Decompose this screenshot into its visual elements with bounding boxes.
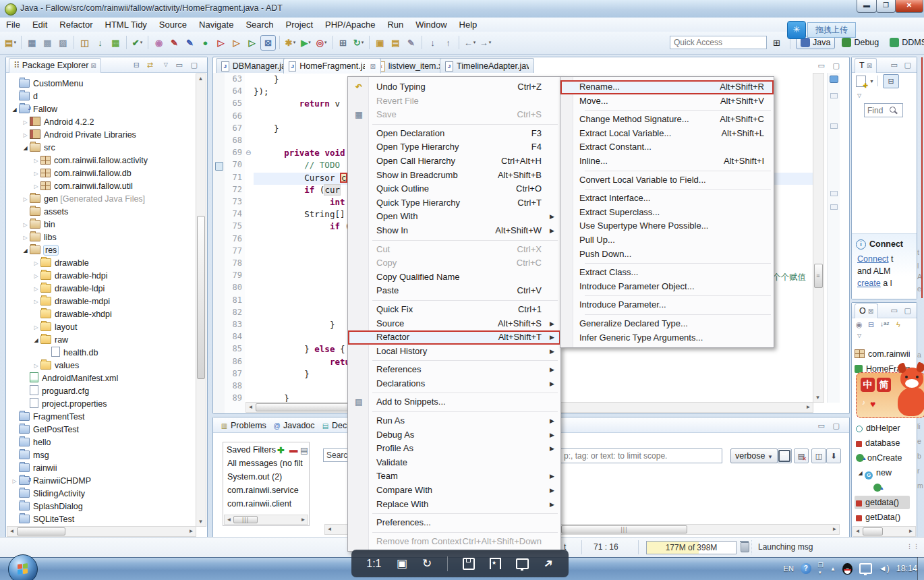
save-icon[interactable]: ▦ xyxy=(25,36,39,50)
context-menu-show-in-breadcrumb[interactable]: Show in BreadcrumbAlt+Shift+B xyxy=(348,169,560,183)
minimize-view-icon[interactable]: ▭ xyxy=(176,60,183,69)
context-menu-open-type-hierarchy[interactable]: Open Type HierarchyF4 xyxy=(348,140,560,154)
close-view-icon[interactable]: ⊠ xyxy=(868,308,873,315)
editor-vscrollbar[interactable]: ≡ ▼ xyxy=(813,73,824,403)
tree-item-splashdialog[interactable]: SplashDialog xyxy=(10,500,83,513)
saved-filter-2[interactable]: com.rainwii.service xyxy=(227,486,303,495)
console-maximize-icon[interactable]: ▢ xyxy=(833,421,840,430)
outline-item-oncreate[interactable]: ▲onCreate xyxy=(855,451,910,465)
context-menu-quick-fix[interactable]: Quick FixCtrl+1 xyxy=(348,303,560,317)
show-hidden-icons-chevron[interactable]: ▲ xyxy=(830,566,836,572)
package-explorer-tab[interactable]: ⠿ Package Explorer⊠ xyxy=(9,58,101,73)
new-test-icon[interactable]: ◉ xyxy=(152,36,166,50)
editor-tab-homefragment-java[interactable]: JHomeFragment.java⊠ xyxy=(283,58,381,74)
menu-run[interactable]: Run xyxy=(381,18,409,30)
network-icon[interactable] xyxy=(859,563,872,574)
next-annotation-icon[interactable]: ↓ xyxy=(426,36,440,50)
close-tab-icon[interactable]: ⊠ xyxy=(370,63,376,70)
tree-item-com-rainwii-fallow-db[interactable]: ▷com.rainwii.fallow.db xyxy=(32,167,132,180)
debug-configurations-icon[interactable]: ✱▾ xyxy=(283,36,297,50)
new-wizard-icon[interactable]: ▤▾ xyxy=(3,36,18,50)
collapsed-arrow-icon[interactable]: ▷ xyxy=(21,116,30,129)
close-view-icon[interactable]: ⊠ xyxy=(867,62,872,69)
collapsed-arrow-icon[interactable]: ▷ xyxy=(10,475,19,488)
refactor-submenu-push-down[interactable]: Push Down... xyxy=(560,248,774,262)
context-menu-preferences[interactable]: Preferences... xyxy=(348,516,560,530)
remove-filter-icon[interactable]: ▬ xyxy=(289,445,298,455)
menu-html-tidy[interactable]: HTML Tidy xyxy=(99,18,153,30)
collapsed-arrow-icon[interactable]: ▷ xyxy=(32,283,40,295)
open-profile-icon[interactable]: ▷ xyxy=(245,36,259,50)
tree-item-fragmenttest[interactable]: FragmentTest xyxy=(10,411,84,424)
add-filter-icon[interactable]: ✚ xyxy=(277,445,284,455)
refactor-submenu-rename[interactable]: Rename...Alt+Shift+R xyxy=(560,80,774,94)
collapsed-arrow-icon[interactable]: ▷ xyxy=(32,270,40,283)
collapsed-arrow-icon[interactable]: ▷ xyxy=(32,180,40,193)
menu-project[interactable]: Project xyxy=(280,18,319,30)
new-task-icon[interactable]: ✚ xyxy=(856,76,866,87)
scroll-lock-icon[interactable]: ⬇ xyxy=(826,448,841,463)
device-icon[interactable] xyxy=(516,558,529,569)
tree-item-android-private-libraries[interactable]: ▷Android Private Libraries xyxy=(21,129,136,142)
save-all-icon[interactable]: ▩ xyxy=(40,36,55,50)
tree-item-drawable[interactable]: ▷drawable xyxy=(32,257,89,270)
outline-item-dbhelper[interactable]: dbHelper xyxy=(855,422,910,435)
fit-screen-icon[interactable]: ▣ xyxy=(397,556,407,571)
forward-icon[interactable]: →▾ xyxy=(478,36,492,50)
tree-item-proguard-cfg[interactable]: proguard.cfg xyxy=(21,385,89,398)
annotate-icon[interactable]: ✎ xyxy=(404,36,418,50)
tree-item-d[interactable]: d xyxy=(10,90,38,103)
context-menu-replace-with[interactable]: Replace With▶ xyxy=(348,498,560,512)
context-menu-open-with[interactable]: Open With▶ xyxy=(348,210,560,224)
context-menu-team[interactable]: Team▶ xyxy=(348,469,560,484)
heap-status[interactable]: 177M of 398M xyxy=(646,541,737,554)
console-tab-problems[interactable]: ▥Problems xyxy=(220,419,266,432)
context-menu-open-call-hierarchy[interactable]: Open Call HierarchyCtrl+Alt+H xyxy=(348,154,560,169)
saved-filter-3[interactable]: com.rainwii.client xyxy=(227,499,303,509)
console-minimize-icon[interactable]: ▭ xyxy=(818,421,825,430)
collapsed-arrow-icon[interactable]: ▷ xyxy=(32,321,40,334)
profile-configurations-icon[interactable]: ◎▾ xyxy=(314,36,328,50)
expanded-arrow-icon[interactable]: ◢ xyxy=(32,334,40,347)
quick-access-input[interactable] xyxy=(670,36,767,49)
editor-maximize-icon[interactable]: ▢ xyxy=(833,61,840,70)
filter-icon[interactable]: ϟ xyxy=(896,320,900,328)
outline-tab[interactable]: O⊠ xyxy=(855,303,878,318)
tree-item-drawable-ldpi[interactable]: ▷drawable-ldpi xyxy=(32,283,105,295)
hide-fields-icon[interactable]: ⊟ xyxy=(868,320,874,329)
collapsed-arrow-icon[interactable]: ▷ xyxy=(21,193,30,206)
tree-item-getposttest[interactable]: GetPostTest xyxy=(10,424,79,436)
sort-icon[interactable]: ↓az xyxy=(880,320,889,328)
tree-item-res[interactable]: ◢res xyxy=(21,244,58,257)
collapsed-arrow-icon[interactable]: ▷ xyxy=(21,129,30,142)
new-android-project-icon[interactable]: ⊞ xyxy=(336,36,350,50)
maximize-view-icon[interactable]: ▢ xyxy=(191,60,198,69)
close-view-icon[interactable]: ⊠ xyxy=(90,62,96,69)
connect-link[interactable]: create xyxy=(857,279,881,288)
outline-item-database[interactable]: database xyxy=(855,436,910,450)
refactor-submenu-pull-up[interactable]: Pull Up... xyxy=(560,233,774,248)
collapsed-arrow-icon[interactable]: ▷ xyxy=(21,219,30,231)
rotate-icon[interactable]: ↻ xyxy=(422,556,432,571)
refresh-icon[interactable]: ↻▾ xyxy=(351,36,366,50)
refactor-submenu-extract-class[interactable]: Extract Class... xyxy=(560,266,774,280)
refactor-submenu-inline[interactable]: Inline...Alt+Shift+I xyxy=(560,154,774,169)
maximize-view-icon[interactable]: ▢ xyxy=(904,60,911,69)
log-level-dropdown[interactable]: verbose ▼ xyxy=(730,448,778,463)
menu-source[interactable]: Source xyxy=(153,18,193,30)
tree-item-sqlitetest[interactable]: SQLiteTest xyxy=(10,513,74,526)
save-icon[interactable] xyxy=(463,558,475,570)
tree-item-hello[interactable]: hello xyxy=(10,436,51,449)
link-editor-icon[interactable]: ⇄ xyxy=(147,60,153,69)
refactor-submenu-use-supertype-where-possible[interactable]: Use Supertype Where Possible... xyxy=(560,219,774,233)
display-filters-icon[interactable]: ◫ xyxy=(811,448,826,463)
refactor-submenu-extract-local-variable[interactable]: Extract Local Variable...Alt+Shift+L xyxy=(560,127,774,141)
context-menu-validate[interactable]: Validate xyxy=(348,456,560,470)
refactor-submenu-infer-generic-type-arguments[interactable]: Infer Generic Type Arguments... xyxy=(560,331,774,345)
tree-item-rainwii[interactable]: rainwii xyxy=(10,462,57,475)
open-type-icon[interactable]: ▣ xyxy=(373,36,387,50)
sql-explorer-icon[interactable]: ● xyxy=(198,36,212,50)
collapsed-arrow-icon[interactable]: ▷ xyxy=(32,167,40,180)
editor-tab-listview-item-xml[interactable]: xlistview_item.xml xyxy=(372,58,449,74)
expanded-arrow-icon[interactable]: ◢ xyxy=(856,467,865,480)
